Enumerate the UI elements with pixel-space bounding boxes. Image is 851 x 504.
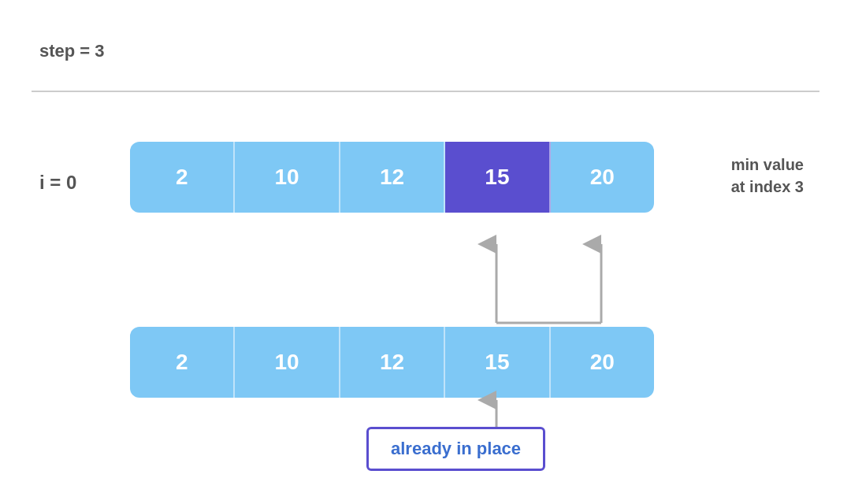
bottom-cell-4: 20	[551, 327, 654, 398]
page-container: step = 3 i = 0 2 10 12 15 20 min value a…	[0, 0, 851, 504]
top-cell-0: 2	[130, 142, 235, 213]
min-value-label: min value at index 3	[731, 154, 804, 198]
top-array: 2 10 12 15 20	[130, 142, 654, 213]
top-cell-3: 15	[445, 142, 550, 213]
bottom-cell-2: 12	[340, 327, 445, 398]
step-label: step = 3	[39, 41, 105, 61]
top-cell-1: 10	[235, 142, 340, 213]
bottom-cell-1: 10	[235, 327, 340, 398]
bottom-array: 2 10 12 15 20	[130, 327, 654, 398]
divider	[32, 91, 819, 92]
swap-arrows	[130, 211, 654, 325]
bottom-cell-3: 15	[445, 327, 550, 398]
bottom-cell-0: 2	[130, 327, 235, 398]
already-in-place-box: already in place	[366, 427, 545, 471]
top-cell-2: 12	[340, 142, 445, 213]
top-cell-4: 20	[551, 142, 654, 213]
i-label: i = 0	[39, 172, 76, 194]
